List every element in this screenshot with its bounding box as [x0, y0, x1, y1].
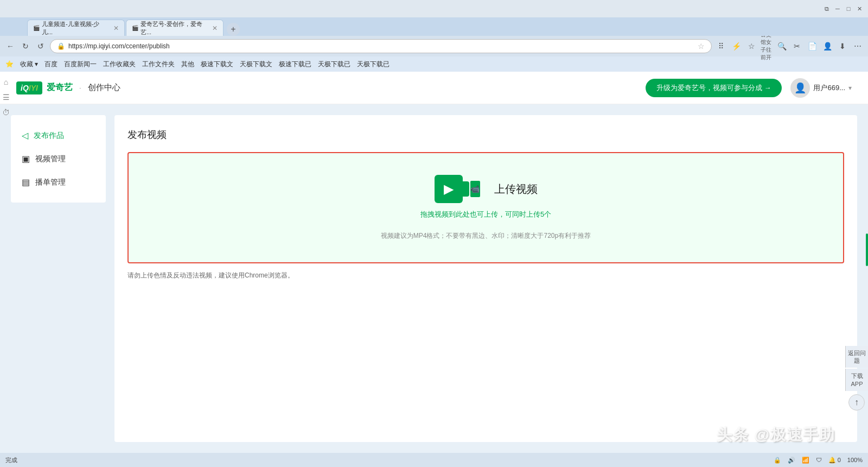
fav-baidu[interactable]: 百度 [44, 60, 58, 69]
browser-left-sidebar: ⌂ ☰ ⏱ [0, 72, 10, 123]
security-icon: 🔒 [774, 457, 781, 464]
tab-label-iqiyi: 爱奇艺号-爱创作，爱奇艺... [141, 20, 208, 36]
browser-content: iQIYI 爱奇艺 · 创作中心 升级为爱奇艺号，视频可参与分成 → 👤 用户6… [0, 72, 868, 453]
sidebar: ◁ 发布作品 ▣ 视频管理 ▤ 播单管理 [11, 115, 106, 203]
status-bar: 完成 🔒 🔊 📶 🛡 🔔 0 100% [0, 453, 868, 467]
download-app-button[interactable]: 下载APP [845, 369, 868, 391]
star-icon[interactable]: ☆ [745, 40, 757, 52]
restore-btn[interactable]: ⧉ [822, 4, 831, 13]
sidebar-item-publish-label: 发布作品 [34, 131, 64, 141]
user-avatar-area[interactable]: 👤 用户669... ▾ [790, 78, 852, 98]
logo-ai-text: IYI [29, 84, 38, 92]
fav-work-folder[interactable]: 工作文件夹 [142, 60, 175, 69]
toolbar-right-icons: ⠿ ⚡ ☆ 公交馆女子往前开 🔍 ✂ 📄 👤 ⬇ ⋯ [715, 40, 864, 52]
fav-jisu-download[interactable]: 极速下载文 [201, 60, 233, 69]
fav-star-icon: ⭐ [5, 60, 14, 68]
close-btn[interactable]: ✕ [855, 4, 864, 13]
sidebar-item-playlist-manage-label: 播单管理 [35, 178, 66, 187]
upload-note: 视频建议为MP4格式；不要带有黑边、水印；清晰度大于720p有利于推荐 [381, 231, 591, 241]
fav-tianji-downloaded1[interactable]: 天极下载已 [318, 60, 350, 69]
right-float-panel: 返回问题 下载APP ↑ [845, 346, 868, 413]
tabs-bar: 🎬 儿童频道-儿童视频-少儿... ✕ 🎬 爱奇艺号-爱创作，爱奇艺... ✕ … [0, 17, 868, 36]
user-dropdown-icon: ▾ [848, 84, 852, 92]
scroll-top-button[interactable]: ↑ [848, 394, 865, 411]
home-icon[interactable]: ⌂ [1, 77, 11, 87]
scissors-icon[interactable]: ✂ [791, 40, 803, 52]
history-icon[interactable]: ⏱ [1, 108, 11, 117]
tab-favicon-children: 🎬 [33, 25, 40, 31]
new-tab-button[interactable]: + [227, 23, 240, 36]
search-icon[interactable]: 🔍 [776, 40, 788, 52]
fav-baidunews[interactable]: 百度新闻一 [64, 60, 97, 69]
shield-icon: 🛡 [816, 457, 822, 463]
fav-jisu-downloaded[interactable]: 极速下载已 [279, 60, 311, 69]
scroll-indicator [866, 234, 868, 266]
feedback-label: 返回问题 [848, 350, 866, 364]
tab-children[interactable]: 🎬 儿童频道-儿童视频-少儿... ✕ [27, 20, 125, 36]
tab-close-iqiyi[interactable]: ✕ [212, 24, 218, 32]
tab-close-children[interactable]: ✕ [113, 24, 119, 32]
creator-center-label: 创作中心 [88, 83, 120, 93]
fav-other[interactable]: 其他 [181, 60, 194, 69]
wifi-icon: 📶 [802, 457, 809, 464]
sidebar-item-video-manage[interactable]: ▣ 视频管理 [11, 147, 106, 171]
upload-warning: 请勿上传色情及反动违法视频，建议使用Chrome浏览器。 [127, 271, 844, 280]
dot-separator: · [79, 84, 81, 92]
maximize-btn[interactable]: □ [844, 4, 853, 13]
header-right: 升级为爱奇艺号，视频可参与分成 → 👤 用户669... ▾ [646, 78, 852, 98]
main-content: 发布视频 ▶ 📹 [114, 115, 857, 442]
upload-inner: ▶ 📹 上传视频 拖拽视频到此处也可上传，可同时上传5个 视频建议为MP4格式；… [381, 175, 591, 241]
forward-button[interactable]: ↺ [35, 40, 47, 52]
sidebar-item-publish[interactable]: ◁ 发布作品 [11, 124, 106, 147]
logo-iq-text: iQ [21, 84, 29, 92]
feedback-button[interactable]: 返回问题 [845, 346, 868, 368]
status-text: 完成 [5, 456, 17, 464]
address-star-icon: ☆ [698, 42, 705, 51]
logo-box: iQIYI [16, 81, 42, 94]
download-app-label: 下载APP [851, 373, 863, 387]
fav-tianji-download[interactable]: 天极下载文 [240, 60, 272, 69]
secure-icon: 🔒 [57, 42, 65, 50]
fav-tianji-downloaded2[interactable]: 天极下载已 [357, 60, 390, 69]
upgrade-button[interactable]: 升级为爱奇艺号，视频可参与分成 → [646, 79, 782, 97]
upload-subtitle: 拖拽视频到此处也可上传，可同时上传5个 [420, 210, 551, 219]
iqiyi-logo: iQIYI 爱奇艺 · 创作中心 [16, 81, 120, 94]
upload-area[interactable]: ▶ 📹 上传视频 拖拽视频到此处也可上传，可同时上传5个 视频建议为MP4格式；… [127, 152, 844, 263]
fav-work-collection[interactable]: 工作收藏夹 [103, 60, 136, 69]
page-icon[interactable]: 📄 [806, 40, 818, 52]
page-layout: ◁ 发布作品 ▣ 视频管理 ▤ 播单管理 发布视频 [0, 104, 868, 453]
watermark: 头条 @极速手助 [717, 425, 835, 445]
apps-icon[interactable]: ⠿ [715, 40, 727, 52]
logo-brand-name: 爱奇艺 [47, 82, 73, 93]
upload-icon-row: ▶ 📹 上传视频 [435, 175, 538, 203]
user-icon[interactable]: 👤 [821, 40, 833, 52]
tab-label-children: 儿童频道-儿童视频-少儿... [42, 20, 109, 36]
page-title: 发布视频 [127, 128, 844, 141]
back-button[interactable]: ← [4, 40, 16, 52]
settings-icon[interactable]: ⋯ [852, 40, 864, 52]
user-name: 用户669... [813, 83, 845, 93]
sidebar-item-playlist-manage[interactable]: ▤ 播单管理 [11, 171, 106, 194]
video-manage-icon: ▣ [22, 154, 30, 164]
browser-toolbar: ← ↻ ↺ 🔒 https://mp.iqiyi.com/ccenter/pub… [0, 36, 868, 56]
speaker-icon: 🔊 [788, 457, 795, 464]
sidebar-item-video-manage-label: 视频管理 [35, 154, 66, 164]
refresh-button[interactable]: ↻ [20, 40, 31, 52]
lightning-icon[interactable]: ⚡ [730, 40, 742, 52]
url-text: https://mp.iqiyi.com/ccenter/publish [68, 42, 694, 50]
upload-play-icon: ▶ [435, 175, 463, 203]
notification-count: 🔔 0 [828, 457, 841, 464]
fav-shoucang[interactable]: 收藏 ▾ [20, 60, 38, 69]
tab-iqiyi[interactable]: 🎬 爱奇艺号-爱创作，爱奇艺... ✕ [126, 20, 224, 36]
upload-title: 上传视频 [494, 182, 538, 197]
minimize-btn[interactable]: ─ [833, 4, 842, 13]
address-bar[interactable]: 🔒 https://mp.iqiyi.com/ccenter/publish ☆ [50, 39, 712, 53]
statusbar-right: 🔒 🔊 📶 🛡 🔔 0 100% [774, 457, 863, 464]
playlist-manage-icon: ▤ [22, 177, 30, 187]
bookmarks-icon[interactable]: ☰ [1, 92, 11, 102]
upload-camera-icon: 📹 [470, 181, 480, 197]
search-bar-icon[interactable]: 公交馆女子往前开 [761, 40, 773, 52]
title-bar: ⧉ ─ □ ✕ [0, 0, 868, 17]
download-icon[interactable]: ⬇ [837, 40, 848, 52]
user-avatar: 👤 [790, 78, 810, 98]
